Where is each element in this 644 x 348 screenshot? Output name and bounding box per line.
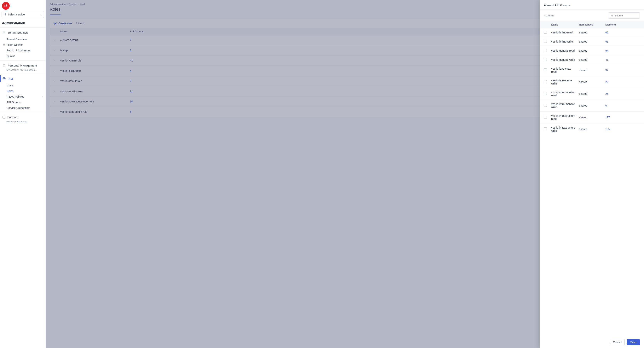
drawer-toolbar: 41 items [540, 10, 644, 21]
drawer-col-elements[interactable]: Elements [598, 23, 640, 26]
sidebar-item-api-groups[interactable]: API Groups [6, 100, 46, 105]
cell-namespace: shared [578, 40, 598, 43]
sidebar-item-public-ip-addresses[interactable]: Public IP Addresses [6, 48, 46, 53]
chevron-right-icon: › [42, 95, 43, 98]
chevron-down-icon: ⌄ [40, 13, 42, 16]
drawer-table-header: Name Namespace Elements [540, 21, 644, 28]
nav-sub-iam: UsersRolesRBAC Policies›API GroupsServic… [0, 82, 46, 111]
save-button[interactable]: Save [627, 339, 640, 345]
cell-elements[interactable]: 32 [598, 69, 640, 72]
nav-head-tenant[interactable]: Tenant Settings [0, 29, 46, 36]
nav-label: Support [7, 116, 18, 119]
nav-desc-personal: My Account, My Namespac... [0, 69, 46, 72]
search-input[interactable] [615, 14, 638, 17]
row-checkbox[interactable] [544, 104, 547, 107]
sidebar-item-roles[interactable]: Roles [6, 88, 46, 94]
cell-namespace: shared [578, 49, 598, 52]
sidebar-item-rbac-policies[interactable]: RBAC Policies› [6, 94, 46, 99]
row-checkbox[interactable] [544, 128, 547, 130]
nav-head-iam[interactable]: IAM [0, 76, 46, 82]
sidebar-item-quotas[interactable]: Quotas [6, 53, 46, 59]
sidebar-item-label: Login Options [6, 43, 23, 46]
table-row: ves-io-infrastructure-writeshared155 [540, 123, 644, 135]
nav-group-support: Support Get Help, Requests [0, 112, 46, 125]
service-selector[interactable]: Select service ⌄ [2, 11, 44, 18]
row-checkbox[interactable] [544, 58, 547, 61]
sidebar-item-login-options[interactable]: ⚙Login Options [6, 42, 46, 48]
table-row: ves-io-infrastructure-readshared177 [540, 112, 644, 123]
cell-name: ves-io-infrastructure-write [551, 126, 578, 132]
table-row: ves-io-general-writeshared41 [540, 55, 644, 64]
cell-elements[interactable]: 155 [598, 128, 640, 131]
cell-name: ves-io-billing-write [551, 40, 578, 43]
cell-elements[interactable]: 26 [598, 92, 640, 95]
drawer-col-name[interactable]: Name [551, 23, 578, 26]
cell-elements[interactable]: 22 [598, 80, 640, 84]
table-row: ves-io-general-readshared94 [540, 46, 644, 55]
cell-name: ves-io-iaas-caas-write [551, 79, 578, 85]
search-icon [611, 14, 613, 17]
building-icon [2, 31, 6, 34]
cell-elements[interactable]: 62 [598, 31, 640, 34]
nav-head-personal[interactable]: Personal Management [0, 62, 46, 69]
table-row: ves-io-iaas-caas-writeshared22 [540, 76, 644, 88]
sidebar-item-service-credentials[interactable]: Service Credentials [6, 105, 46, 110]
nav-label: Personal Management [8, 64, 37, 67]
row-checkbox[interactable] [544, 80, 547, 83]
row-checkbox[interactable] [544, 116, 547, 118]
nav-sub-tenant: Tenant Overview⚙Login OptionsPublic IP A… [0, 36, 46, 59]
drawer-col-namespace[interactable]: Namespace [578, 23, 598, 26]
cell-name: ves-io-general-write [551, 58, 578, 61]
nav-label: Tenant Settings [8, 31, 28, 34]
table-row: ves-io-infra-monitor-writeshared0 [540, 100, 644, 112]
person-icon [2, 64, 6, 67]
sidebar-item-users[interactable]: Users [6, 83, 46, 88]
cell-namespace: shared [578, 69, 598, 72]
cell-namespace: shared [578, 116, 598, 119]
help-icon [2, 116, 6, 119]
drawer-count-label: 41 items [544, 14, 554, 17]
cell-namespace: shared [578, 104, 598, 107]
logo-row: f5 [0, 0, 46, 11]
service-selector-label: Select service [8, 13, 25, 16]
sidebar-item-tenant-overview[interactable]: Tenant Overview [6, 36, 46, 42]
drawer-table-body: ves-io-billing-readshared62ves-io-billin… [540, 28, 644, 336]
table-row: ves-io-infra-monitor-readshared26 [540, 88, 644, 100]
sidebar-item-label: API Groups [6, 101, 20, 104]
cell-name: ves-io-infrastructure-read [551, 114, 578, 120]
cell-elements[interactable]: 61 [598, 40, 640, 43]
cell-name: ves-io-iaas-caas-read [551, 67, 578, 73]
grid-icon [4, 13, 6, 16]
nav-head-support[interactable]: Support [0, 114, 46, 120]
svg-rect-0 [3, 31, 5, 34]
nav-group-personal: Personal Management My Account, My Names… [0, 60, 46, 74]
cell-name: ves-io-infra-monitor-write [551, 102, 578, 109]
api-groups-drawer: Allowed API Groups 41 items Name Namespa… [540, 0, 644, 348]
drawer-footer: Cancel Save [540, 336, 644, 348]
main: Administration› System› IAM Roles Create… [46, 0, 644, 348]
svg-point-2 [3, 77, 6, 80]
cell-namespace: shared [578, 92, 598, 95]
f5-logo-icon: f5 [2, 2, 10, 10]
sidebar-item-label: Roles [6, 90, 14, 92]
search-box[interactable] [609, 12, 640, 18]
sidebar: f5 Select service ⌄ Administration Tenan… [0, 0, 46, 348]
row-checkbox[interactable] [544, 40, 547, 43]
cell-elements[interactable]: 177 [598, 116, 640, 119]
cell-elements[interactable]: 94 [598, 49, 640, 52]
table-row: ves-io-billing-writeshared61 [540, 37, 644, 46]
cell-namespace: shared [578, 80, 598, 84]
row-checkbox[interactable] [544, 49, 547, 52]
row-checkbox[interactable] [544, 68, 547, 71]
cell-elements[interactable]: 0 [598, 104, 640, 107]
row-checkbox[interactable] [544, 92, 547, 95]
table-row: ves-io-iaas-caas-readshared32 [540, 64, 644, 76]
cancel-button[interactable]: Cancel [610, 339, 625, 345]
sidebar-item-label: Users [6, 84, 14, 87]
iam-icon [2, 77, 6, 80]
cell-elements[interactable]: 41 [598, 58, 640, 61]
nav-label: IAM [8, 77, 13, 80]
row-checkbox[interactable] [544, 31, 547, 34]
table-row: ves-io-billing-readshared62 [540, 28, 644, 37]
svg-point-3 [4, 78, 5, 79]
